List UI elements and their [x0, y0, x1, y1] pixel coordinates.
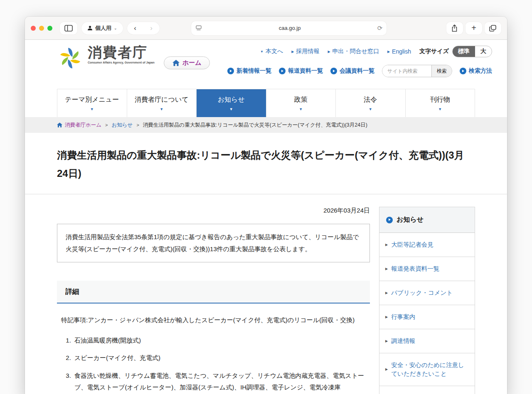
link-label: 申出・問合せ窓口 — [332, 48, 379, 55]
sidebar-heading: お知らせ — [379, 207, 475, 233]
link-label: English — [392, 48, 411, 55]
font-size-large-button[interactable]: 大 — [475, 46, 492, 57]
utility-links-row: ▼ 本文へ ▶ 採用情報 ▶ 申出・問合せ窓口 ▶ English 文字サイズ — [226, 46, 492, 57]
close-window-button[interactable] — [31, 26, 36, 31]
link-to-content[interactable]: ▼ 本文へ — [260, 48, 283, 55]
main-column: 2026年03月24日 消費生活用製品安全法第35条第1項の規定に基づき報告のあ… — [57, 207, 370, 394]
home-button[interactable]: ホーム — [164, 56, 210, 69]
breadcrumb-home-label: 消費者庁ホーム — [65, 122, 101, 129]
link-label: 採用情報 — [296, 48, 319, 55]
sidebar-item-press-conference[interactable]: ▶ 大臣等記者会見 — [379, 233, 475, 257]
caret-down-icon: ▼ — [229, 107, 233, 111]
triangle-right-icon: ▶ — [385, 367, 388, 372]
link-label: 本文へ — [266, 48, 283, 55]
window-controls — [31, 26, 52, 31]
play-circle-icon — [386, 217, 393, 223]
minimize-window-button[interactable] — [39, 26, 44, 31]
caa-pinwheel-logo-icon — [57, 45, 84, 71]
link-label: 会議資料一覧 — [340, 67, 374, 75]
sidebar-toggle-button[interactable] — [60, 22, 77, 34]
tabs-icon — [489, 25, 496, 32]
back-button[interactable]: ‹ — [127, 24, 143, 32]
home-icon — [172, 60, 180, 66]
sidebar-item-events[interactable]: ▶ 行事案内 — [379, 305, 475, 329]
content-area: 2026年03月24日 消費生活用製品安全法第35条第1項の規定に基づき報告のあ… — [25, 194, 507, 394]
link-meeting-materials-list[interactable]: 会議資料一覧 — [330, 67, 374, 75]
site-subtitle: Consumer Affairs Agency, Government of J… — [88, 61, 155, 64]
nav-label: 消費者庁について — [135, 95, 189, 104]
triangle-right-icon: ▶ — [385, 242, 388, 247]
search-button[interactable]: 検索 — [431, 65, 452, 77]
share-button[interactable] — [446, 22, 463, 34]
publish-date: 2026年03月24日 — [57, 207, 370, 215]
link-recruit[interactable]: ▶ 採用情報 — [291, 48, 319, 55]
nav-theme-menu[interactable]: テーマ別メニュー ▼ — [57, 89, 127, 117]
reader-view-icon[interactable] — [195, 25, 202, 31]
browser-window: 個人用 ⌄ ‹ › caa.go.jp ⟳ + — [25, 17, 507, 394]
user-icon — [87, 25, 93, 31]
sidebar-item-whats-new[interactable]: ▶ 新着情報一覧 — [379, 386, 475, 394]
triangle-right-icon: ▶ — [387, 50, 390, 54]
link-press-materials-list[interactable]: 報道資料一覧 — [279, 67, 323, 75]
link-whats-new-list[interactable]: 新着情報一覧 — [227, 67, 271, 75]
address-bar[interactable]: caa.go.jp ⟳ — [191, 21, 387, 35]
font-size-standard-button[interactable]: 標準 — [453, 46, 475, 57]
caret-down-icon: ▼ — [438, 107, 442, 111]
triangle-down-icon: ▼ — [260, 50, 264, 54]
title-section: 消費生活用製品の重大製品事故:リコール製品で火災等(スピーカー(マイク付、充電式… — [25, 133, 507, 194]
list-item: 石油温風暖房機(開放式) — [73, 335, 370, 347]
list-item: 食器洗い乾燥機、リチウム蓄電池、電気こたつ、マルチタップ、リチウム電池内蔵充電器… — [73, 370, 370, 394]
link-label: 検索方法 — [469, 67, 492, 75]
breadcrumb-home-link[interactable]: 消費者庁ホーム — [57, 122, 101, 129]
breadcrumb-separator: > — [105, 122, 108, 127]
sidebar-item-label: 安全・安心のために注意していただきたいこと — [391, 361, 470, 378]
nav-about[interactable]: 消費者庁について ▼ — [127, 89, 197, 117]
nav-label: お知らせ — [218, 95, 245, 104]
sidebar-item-public-comment[interactable]: ▶ パブリック・コメント — [379, 281, 475, 305]
font-size-toggle: 標準 大 — [452, 46, 492, 57]
browser-toolbar: 個人用 ⌄ ‹ › caa.go.jp ⟳ + — [25, 17, 507, 40]
new-tab-button[interactable]: + — [466, 22, 482, 34]
play-circle-icon — [460, 68, 466, 74]
profile-menu[interactable]: 個人用 ⌄ — [81, 22, 123, 34]
sidebar-item-procurement[interactable]: ▶ 調達情報 — [379, 329, 475, 353]
triangle-right-icon: ▶ — [328, 50, 330, 54]
triangle-right-icon: ▶ — [385, 291, 388, 296]
site-logo[interactable]: 消費者庁 Consumer Affairs Agency, Government… — [57, 45, 155, 71]
tab-overview-button[interactable] — [485, 22, 501, 34]
font-size-label: 文字サイズ — [419, 48, 449, 55]
search-input[interactable] — [382, 65, 431, 77]
nav-policy[interactable]: 政策 ▼ — [266, 89, 336, 117]
site-header: 消費者庁 Consumer Affairs Agency, Government… — [25, 40, 507, 89]
forward-button[interactable]: › — [143, 24, 160, 32]
url-text[interactable]: caa.go.jp — [202, 25, 377, 31]
nav-publications[interactable]: 刊行物 ▼ — [406, 89, 475, 117]
sidebar-item-label: 調達情報 — [391, 337, 415, 345]
sidebar-item-label: パブリック・コメント — [391, 289, 453, 297]
reload-icon[interactable]: ⟳ — [377, 24, 383, 32]
play-circle-icon — [330, 68, 337, 74]
link-search-help[interactable]: 検索方法 — [460, 67, 492, 75]
link-english[interactable]: ▶ English — [387, 48, 411, 55]
triangle-right-icon: ▶ — [385, 267, 388, 272]
nav-news-active[interactable]: お知らせ ▼ — [197, 89, 266, 117]
sidebar-item-safety-notice[interactable]: ▶ 安全・安心のために注意していただきたいこと — [379, 353, 475, 386]
caret-down-icon: ▼ — [369, 107, 372, 111]
nav-label: 政策 — [294, 95, 308, 104]
play-circle-icon — [279, 68, 286, 74]
sidebar-item-press-releases[interactable]: ▶ 報道発表資料一覧 — [379, 257, 475, 281]
triangle-right-icon: ▶ — [385, 315, 388, 320]
chevron-down-icon: ⌄ — [114, 26, 117, 30]
breadcrumb-section-link[interactable]: お知らせ — [112, 122, 133, 129]
sidebar-item-label: 報道発表資料一覧 — [391, 264, 439, 273]
special-note: 特記事項:アンカー・ジャパン株式会社が輸入したスピーカー(マイク付、充電式)のリ… — [61, 315, 370, 325]
nav-label: 法令 — [364, 95, 377, 104]
share-icon — [451, 24, 458, 32]
home-icon — [57, 122, 62, 127]
breadcrumb: 消費者庁ホーム > お知らせ > 消費生活用製品の重大製品事故:リコール製品で火… — [25, 117, 507, 133]
zoom-window-button[interactable] — [47, 26, 52, 31]
link-inquiry[interactable]: ▶ 申出・問合せ窓口 — [328, 48, 379, 55]
sidebar-column: お知らせ ▶ 大臣等記者会見 ▶ 報道発表資料一覧 ▶ パブリック・コメント ▶… — [379, 207, 475, 394]
nav-laws[interactable]: 法令 ▼ — [336, 89, 406, 117]
sidebar-item-label: 行事案内 — [391, 313, 415, 321]
